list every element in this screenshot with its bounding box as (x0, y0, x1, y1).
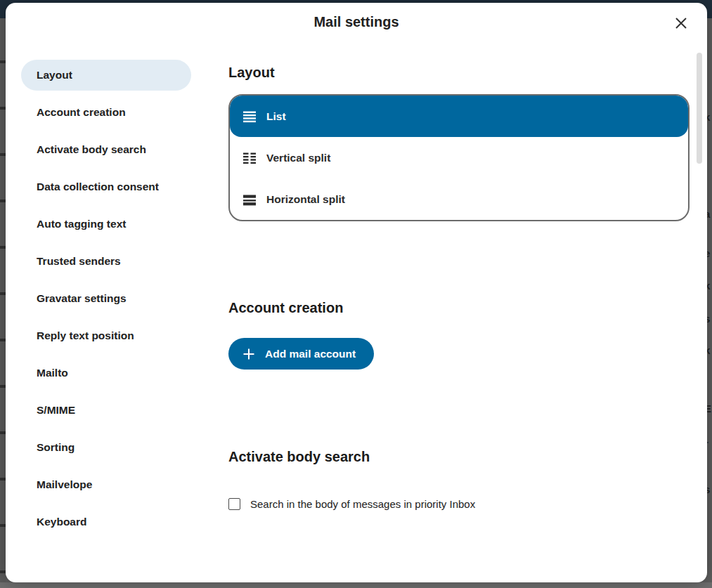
backdrop-text-fragment: E (706, 403, 711, 414)
sidebar-item-trusted-senders[interactable]: Trusted senders (21, 246, 191, 277)
sidebar-item-layout[interactable]: Layout (21, 60, 191, 91)
layout-option-horizontal-split[interactable]: Horizontal split (230, 178, 688, 220)
backdrop-right-strip: l k a e k s k E r s (706, 11, 712, 588)
sidebar-item-mailto[interactable]: Mailto (21, 358, 191, 388)
horizontal-split-icon (242, 192, 257, 207)
vertical-split-icon (242, 151, 257, 165)
layout-option-label: List (266, 110, 286, 123)
layout-option-vertical-split[interactable]: Vertical split (230, 137, 688, 178)
account-creation-section-heading: Account creation (228, 300, 690, 316)
body-search-section-heading: Activate body search (228, 449, 690, 465)
settings-content: Layout List (228, 3, 690, 510)
sidebar-item-keyboard[interactable]: Keyboard (21, 507, 191, 537)
plus-icon (242, 348, 255, 360)
sidebar-item-auto-tagging-text[interactable]: Auto tagging text (21, 209, 191, 240)
sidebar-item-activate-body-search[interactable]: Activate body search (21, 134, 191, 165)
sidebar-item-sorting[interactable]: Sorting (21, 432, 191, 463)
mail-settings-dialog: Mail settings Layout Account creation Ac… (6, 3, 707, 582)
backdrop-left-strip (0, 18, 6, 588)
layout-option-label: Horizontal split (266, 193, 345, 206)
sidebar-item-account-creation[interactable]: Account creation (21, 97, 191, 128)
body-search-checkbox-label: Search in the body of messages in priori… (250, 498, 475, 510)
sidebar-item-reply-text-position[interactable]: Reply text position (21, 320, 191, 351)
backdrop-bottom-strip (0, 582, 712, 588)
layout-option-group: List Vertical split (228, 94, 690, 221)
settings-nav: Layout Account creation Activate body se… (21, 60, 191, 544)
list-icon (242, 110, 257, 124)
sidebar-item-gravatar-settings[interactable]: Gravatar settings (21, 283, 191, 314)
layout-option-label: Vertical split (266, 152, 330, 164)
body-search-checkbox[interactable] (228, 498, 240, 510)
add-mail-account-button[interactable]: Add mail account (228, 338, 374, 370)
sidebar-item-smime[interactable]: S/MIME (21, 395, 191, 426)
scrollbar-thumb[interactable] (697, 53, 702, 164)
sidebar-item-mailvelope[interactable]: Mailvelope (21, 469, 191, 500)
layout-section-heading: Layout (228, 65, 690, 81)
layout-option-list[interactable]: List (230, 96, 688, 137)
body-search-checkbox-row[interactable]: Search in the body of messages in priori… (228, 498, 690, 510)
sidebar-item-data-collection-consent[interactable]: Data collection consent (21, 171, 191, 202)
add-mail-account-label: Add mail account (265, 348, 356, 360)
